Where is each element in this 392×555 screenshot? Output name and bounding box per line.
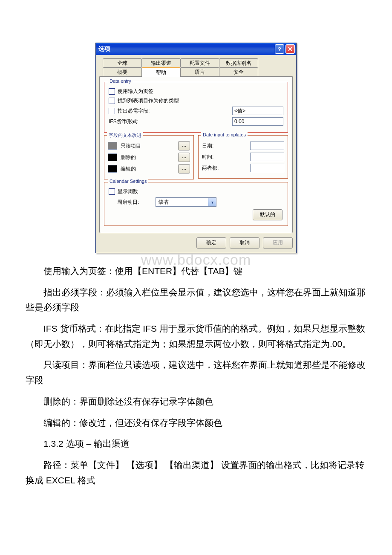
label-deleted: 删除的	[121, 154, 178, 161]
combo-week-start-value: 缺省	[156, 199, 208, 206]
para-8: 路径：菜单【文件】 【选项】 【输出渠道】 设置界面的输出格式，比如将记录转换成…	[26, 457, 366, 488]
ok-button[interactable]: 确定	[196, 237, 226, 249]
para-7: 1.3.2 选项 – 输出渠道	[26, 436, 366, 451]
para-5: 删除的：界面删除还没有保存记录字体颜色	[26, 394, 366, 409]
browse-readonly[interactable]: ...	[178, 141, 190, 150]
fieldset-calendar: Calendar Settings 显示周数 周启动日: 缺省 ▾ 默认的	[104, 182, 288, 226]
options-dialog: 选项 ? 全球 输出渠道 配置文件 数据库别名 概要 帮助 语言 安全	[95, 43, 297, 253]
tab-output[interactable]: 输出渠道	[141, 58, 181, 67]
label-use-enter: 使用输入为页签	[118, 88, 153, 95]
fieldset-data-entry: Data entry 使用输入为页签 找到列表项目作为你的类型 指出必需字段:	[104, 82, 288, 133]
titlebar[interactable]: 选项 ?	[96, 43, 296, 55]
fieldset-date-templates: Date input templates 日期: 时间: 两者都:	[198, 135, 288, 179]
label-currency: IFS货币形式:	[109, 118, 138, 125]
legend-calendar: Calendar Settings	[108, 179, 148, 184]
color-deleted[interactable]	[108, 153, 117, 161]
chevron-down-icon[interactable]: ▾	[208, 198, 216, 206]
checkbox-use-enter[interactable]	[109, 88, 115, 95]
input-required-value[interactable]: <值>	[232, 107, 283, 115]
checkbox-find-list[interactable]	[109, 98, 115, 104]
browse-deleted[interactable]: ...	[178, 153, 190, 162]
tab-dbalias[interactable]: 数据库别名	[219, 58, 258, 67]
tab-help[interactable]: 帮助	[141, 67, 181, 77]
fieldset-text-improve: 字段的文本改进 只读项目 ... 删除的 ...	[104, 135, 194, 179]
apply-button[interactable]: 应用	[263, 237, 293, 249]
label-week-start: 周启动日:	[117, 199, 156, 206]
tab-config[interactable]: 配置文件	[180, 58, 219, 67]
legend-text-improve: 字段的文本改进	[107, 132, 143, 139]
tab-global[interactable]: 全球	[103, 58, 142, 67]
help-button[interactable]: ?	[275, 44, 284, 54]
browse-edited[interactable]: ...	[178, 164, 190, 173]
legend-date-templates: Date input templates	[201, 132, 248, 137]
tab-security[interactable]: 安全	[219, 67, 258, 76]
para-6: 编辑的：修改过，但还没有保存字段字体颜色	[26, 415, 366, 431]
combo-week-start[interactable]: 缺省 ▾	[156, 197, 216, 207]
label-date: 日期:	[202, 142, 213, 150]
input-date[interactable]	[250, 142, 284, 150]
label-both: 两者都:	[202, 165, 219, 172]
para-3: IFS 货币格式：在此指定 IFS 用于显示货币值的的格式。例如，如果只想显示整…	[26, 321, 366, 351]
color-readonly[interactable]	[108, 142, 117, 150]
input-both[interactable]	[250, 164, 284, 172]
label-edited: 编辑的	[121, 165, 178, 173]
input-currency-value[interactable]: 0.00	[232, 117, 283, 126]
label-readonly: 只读项目	[121, 142, 178, 150]
cancel-button[interactable]: 取消	[230, 237, 259, 249]
para-4: 只读项目：界面栏位只读选项，建议选中，这样您在界面上就知道那些是不能修改字段	[26, 357, 366, 387]
default-button[interactable]: 默认的	[253, 209, 282, 220]
input-time[interactable]	[250, 153, 284, 161]
color-edited[interactable]	[108, 165, 117, 173]
tab-language[interactable]: 语言	[180, 67, 219, 76]
dialog-title: 选项	[98, 45, 110, 53]
legend-data-entry: Data entry	[108, 78, 133, 84]
para-2: 指出必须字段：必须输入栏位里会显示值，建议您选中，这样您在界面上就知道那些是必须…	[26, 285, 366, 315]
close-button[interactable]	[285, 44, 295, 54]
label-show-week: 显示周数	[118, 188, 138, 195]
checkbox-show-week[interactable]	[109, 188, 115, 195]
checkbox-required[interactable]	[109, 108, 115, 114]
tab-overview[interactable]: 概要	[103, 67, 142, 76]
label-time: 时间:	[202, 153, 213, 161]
label-find-list: 找到列表项目作为你的类型	[118, 97, 179, 104]
label-required: 指出必需字段:	[118, 107, 150, 115]
